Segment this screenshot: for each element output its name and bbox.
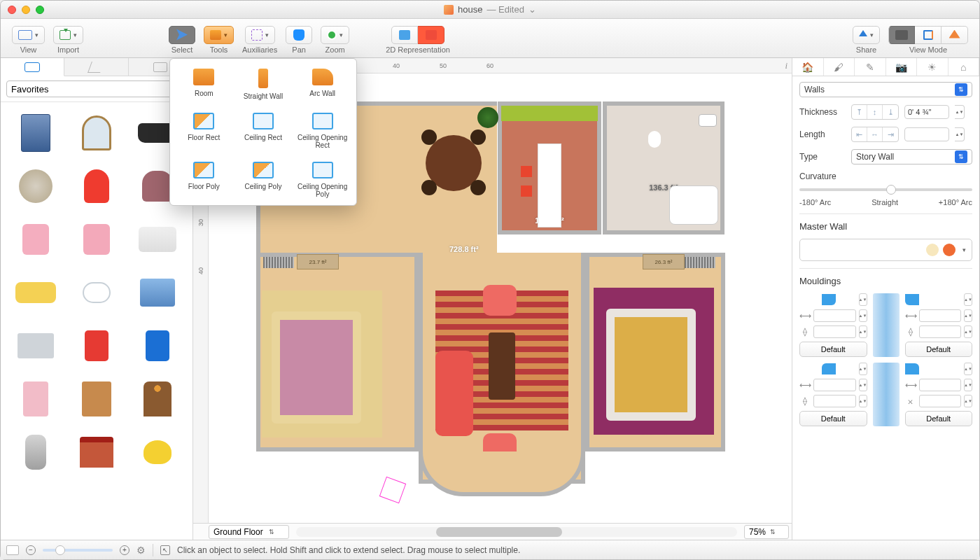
thickness-align-segment[interactable]: ⤒↕⤓ bbox=[851, 104, 899, 120]
floor-select[interactable]: Ground Floor⇅ bbox=[209, 525, 289, 539]
library-item[interactable] bbox=[67, 214, 125, 265]
slider-thumb[interactable] bbox=[886, 185, 896, 195]
library-item[interactable] bbox=[67, 374, 125, 424]
inspector-tab-building[interactable]: ⌂ bbox=[948, 58, 980, 76]
bay-window[interactable] bbox=[419, 451, 585, 496]
bathtub[interactable] bbox=[669, 186, 718, 225]
moulding-default-button[interactable]: Default bbox=[905, 411, 973, 426]
moulding-stepper[interactable]: ▲▼ bbox=[859, 379, 867, 391]
tool-arc-wall[interactable]: Arc Wall bbox=[293, 69, 352, 100]
zoom-in-icon[interactable]: + bbox=[120, 545, 130, 555]
dining-chair[interactable] bbox=[470, 180, 486, 195]
2d-mode-color[interactable] bbox=[418, 26, 444, 44]
library-item[interactable] bbox=[67, 267, 125, 318]
closet-1[interactable]: 23.7 ft² bbox=[297, 254, 339, 270]
library-item[interactable] bbox=[129, 321, 187, 371]
library-item[interactable] bbox=[129, 267, 187, 318]
select-tool-button[interactable] bbox=[169, 26, 195, 44]
tool-floor-poly[interactable]: Floor Poly bbox=[174, 162, 234, 198]
library-item[interactable] bbox=[67, 321, 125, 371]
library-tab-furniture[interactable] bbox=[1, 58, 64, 76]
library-item[interactable] bbox=[6, 214, 64, 265]
inspector-tab-notes[interactable]: ✎ bbox=[855, 58, 886, 76]
library-category-select[interactable]: Favorites ⇅ bbox=[6, 80, 187, 97]
radiator[interactable] bbox=[685, 257, 715, 268]
kitchen-island[interactable] bbox=[538, 144, 561, 227]
inspector-mode-select[interactable]: Walls⇅ bbox=[799, 82, 972, 97]
dining-chair[interactable] bbox=[421, 130, 437, 145]
library-item[interactable] bbox=[6, 267, 64, 318]
moulding-stepper[interactable]: ▲▼ bbox=[964, 293, 972, 306]
bed-right[interactable] bbox=[606, 309, 696, 421]
moulding-stepper[interactable]: ▲▼ bbox=[964, 395, 972, 407]
view-button[interactable]: ▾ bbox=[12, 26, 45, 44]
tool-ceiling-poly[interactable]: Ceiling Poly bbox=[234, 162, 293, 198]
zoom-slider[interactable] bbox=[43, 549, 113, 552]
view-mode-split[interactable] bbox=[915, 26, 941, 44]
toilet[interactable] bbox=[648, 131, 661, 148]
tool-ceiling-rect[interactable]: Ceiling Rect bbox=[234, 113, 293, 149]
gear-icon[interactable]: ⚙ bbox=[136, 545, 146, 556]
info-icon[interactable]: i bbox=[785, 60, 788, 71]
tool-straight-wall[interactable]: Straight Wall bbox=[234, 69, 293, 100]
thickness-stepper[interactable]: ▲▼ bbox=[955, 105, 965, 119]
moulding-default-button[interactable]: Default bbox=[799, 342, 867, 357]
bed-left[interactable] bbox=[272, 312, 361, 424]
auxiliaries-button[interactable]: ▾ bbox=[245, 26, 275, 44]
moulding-width-input[interactable] bbox=[813, 309, 856, 322]
curvature-slider[interactable] bbox=[799, 188, 972, 191]
length-stepper[interactable]: ▲▼ bbox=[955, 127, 965, 141]
plant[interactable] bbox=[477, 107, 498, 128]
dining-chair[interactable] bbox=[421, 180, 437, 195]
library-item[interactable] bbox=[67, 427, 125, 477]
coffee-table[interactable] bbox=[489, 332, 515, 400]
stool[interactable] bbox=[521, 166, 532, 177]
library-item[interactable] bbox=[6, 374, 64, 424]
inspector-tab-materials[interactable]: 🖌 bbox=[824, 58, 855, 76]
tool-ceiling-opening-rect[interactable]: Ceiling Opening Rect bbox=[293, 113, 352, 149]
moulding-stepper[interactable]: ▲▼ bbox=[859, 309, 867, 322]
library-tab-materials[interactable] bbox=[64, 58, 128, 76]
length-input[interactable] bbox=[904, 127, 949, 141]
moulding-height-input[interactable] bbox=[813, 326, 856, 338]
slider-thumb[interactable] bbox=[55, 545, 65, 555]
tool-ceiling-opening-poly[interactable]: Ceiling Opening Poly bbox=[293, 162, 352, 198]
scrollbar-thumb[interactable] bbox=[436, 527, 562, 537]
camera-marker-icon[interactable] bbox=[379, 477, 406, 503]
document-title[interactable]: house — Edited ⌄ bbox=[1, 4, 979, 15]
moulding-height-input[interactable] bbox=[919, 395, 962, 407]
pan-button[interactable] bbox=[286, 26, 312, 44]
moulding-width-input[interactable] bbox=[919, 379, 962, 391]
moulding-height-input[interactable] bbox=[919, 326, 962, 338]
moulding-stepper[interactable]: ▲▼ bbox=[859, 395, 867, 407]
2d-mode-blueprint[interactable] bbox=[391, 26, 418, 44]
view-mode-2d[interactable] bbox=[888, 26, 915, 44]
moulding-width-input[interactable] bbox=[919, 309, 962, 322]
moulding-stepper[interactable]: ▲▼ bbox=[964, 309, 972, 322]
zoom-select[interactable]: 75%⇅ bbox=[744, 525, 789, 539]
bathroom-sink[interactable] bbox=[699, 114, 717, 127]
moulding-width-input[interactable] bbox=[813, 379, 856, 391]
radiator[interactable] bbox=[263, 257, 294, 268]
zoom-button[interactable]: ▾ bbox=[321, 26, 349, 44]
thickness-input[interactable]: 0' 4 ¾" bbox=[904, 105, 949, 119]
moulding-stepper[interactable]: ▲▼ bbox=[964, 379, 972, 391]
master-wall-swatches[interactable]: ▾ bbox=[799, 239, 972, 261]
tools-dropdown-button[interactable]: ▾ bbox=[204, 26, 234, 44]
kitchen-cabinet[interactable] bbox=[501, 106, 598, 121]
moulding-default-button[interactable]: Default bbox=[799, 411, 867, 426]
library-item[interactable] bbox=[6, 427, 64, 477]
library-item[interactable] bbox=[129, 214, 187, 265]
tool-floor-rect[interactable]: Floor Rect bbox=[174, 113, 234, 149]
tool-room[interactable]: Room bbox=[174, 69, 234, 100]
inspector-tab-object[interactable]: 🏠 bbox=[792, 58, 824, 76]
library-item[interactable] bbox=[67, 161, 125, 211]
library-item[interactable] bbox=[6, 161, 64, 211]
moulding-default-button[interactable]: Default bbox=[905, 342, 973, 357]
library-item[interactable] bbox=[129, 374, 187, 424]
library-item[interactable] bbox=[129, 427, 187, 477]
import-button[interactable]: ▾ bbox=[53, 26, 83, 44]
inspector-tab-light[interactable]: ☀ bbox=[917, 58, 948, 76]
stool[interactable] bbox=[521, 186, 532, 197]
length-align-segment[interactable]: ⇤↔⇥ bbox=[851, 127, 899, 142]
